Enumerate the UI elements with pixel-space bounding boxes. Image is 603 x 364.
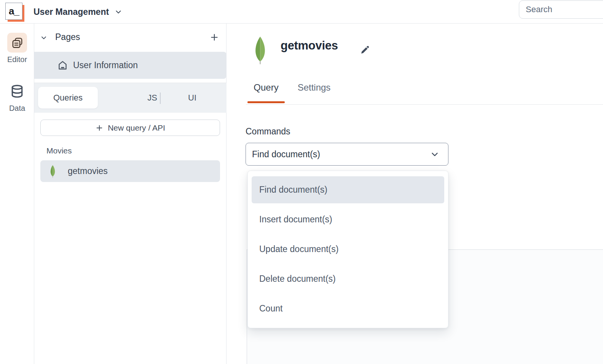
dropdown-option-insert[interactable]: Insert document(s) <box>252 206 444 233</box>
rail-item-editor[interactable]: Editor <box>0 33 34 64</box>
commands-label: Commands <box>246 126 290 137</box>
tab-query-label: Query <box>254 82 278 93</box>
tab-queries[interactable]: Queries <box>38 87 98 109</box>
query-title: getmovies <box>281 39 338 53</box>
chevron-down-icon[interactable] <box>40 34 48 42</box>
search-input[interactable] <box>519 0 603 19</box>
dropdown-option-delete[interactable]: Delete document(s) <box>252 265 444 292</box>
dropdown-option-count[interactable]: Count <box>252 295 444 322</box>
data-icon-box <box>7 81 27 101</box>
tab-settings[interactable]: Settings <box>294 79 334 96</box>
tab-ui[interactable]: UI <box>179 87 206 109</box>
app-title: User Management <box>34 7 109 17</box>
commands-dropdown: Find document(s) Insert document(s) Upda… <box>247 171 448 328</box>
plus-icon <box>95 124 104 132</box>
active-tab-indicator <box>247 101 285 103</box>
segment-divider <box>160 93 161 104</box>
tab-js[interactable]: JS <box>139 87 166 109</box>
add-page-button[interactable] <box>209 32 219 42</box>
query-item-label: getmovies <box>68 166 108 176</box>
chevron-down-icon <box>114 8 123 16</box>
sidebar: Pages User Information Queries JS UI New… <box>34 24 227 364</box>
new-query-button[interactable]: New query / API <box>40 120 220 136</box>
commands-select[interactable]: Find document(s) <box>246 143 448 166</box>
tabs-border <box>246 104 603 105</box>
query-group-label: Movies <box>46 146 72 155</box>
tab-query[interactable]: Query <box>247 79 285 96</box>
main-panel: getmovies Query Settings Commands Find d… <box>227 24 603 364</box>
rail-label-data: Data <box>0 104 34 113</box>
edit-pencil-icon[interactable] <box>359 44 370 56</box>
sidebar-query-getmovies[interactable]: getmovies <box>40 160 220 182</box>
logo-text: a_ <box>9 5 19 17</box>
sidebar-segmented-control: Queries JS UI <box>34 83 227 113</box>
logo-mark: a_ <box>5 3 22 20</box>
left-rail: Editor Data <box>0 24 34 364</box>
app-logo[interactable]: a_ <box>5 3 24 22</box>
pages-title: Pages <box>55 32 80 42</box>
mongodb-icon <box>253 36 267 65</box>
app-title-menu[interactable]: User Management <box>34 0 123 24</box>
rail-label-editor: Editor <box>0 55 34 64</box>
home-icon <box>57 60 68 71</box>
rail-item-data[interactable]: Data <box>0 81 34 113</box>
dropdown-option-update[interactable]: Update document(s) <box>252 236 444 263</box>
commands-select-value: Find document(s) <box>252 149 430 160</box>
mongodb-leaf-icon <box>49 164 56 178</box>
dropdown-option-find[interactable]: Find document(s) <box>252 176 444 203</box>
tab-settings-label: Settings <box>298 82 331 93</box>
sidebar-page-user-information[interactable]: User Information <box>34 52 227 79</box>
query-header: getmovies <box>227 24 603 81</box>
pages-copy-icon <box>11 37 23 49</box>
editor-icon-box <box>7 33 27 53</box>
pages-header: Pages <box>34 24 227 52</box>
top-bar: a_ User Management <box>0 0 603 24</box>
chevron-down-icon <box>430 149 440 159</box>
new-query-label: New query / API <box>108 123 165 133</box>
database-icon <box>10 84 25 99</box>
page-item-label: User Information <box>73 60 138 70</box>
